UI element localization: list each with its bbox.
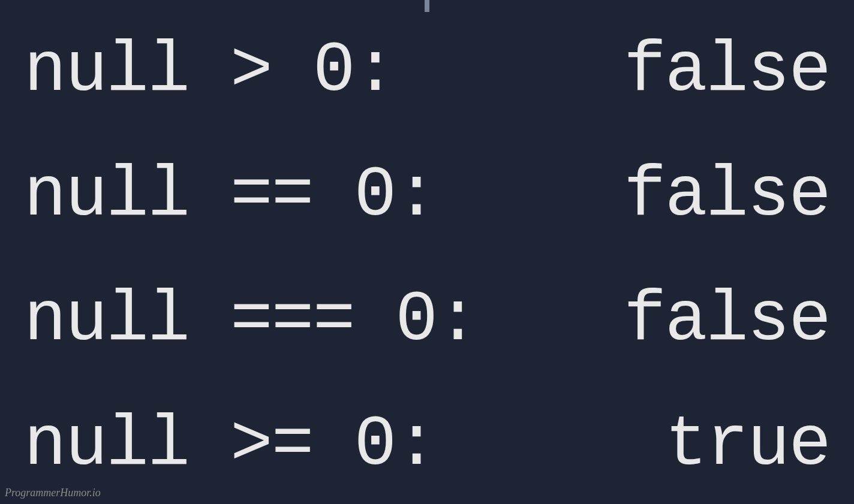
watermark-text: ProgrammerHumor.io [5,487,101,499]
cursor-indicator [425,0,429,12]
code-block: null > 0: false null == 0: false null ==… [0,0,854,481]
code-line: null >= 0: true [24,410,830,481]
code-line: null === 0: false [24,285,830,356]
result-text: false [624,36,830,107]
expression-text: null >= 0: [24,410,437,481]
result-text: false [624,285,830,356]
expression-text: null == 0: [24,161,437,231]
code-line: null == 0: false [24,161,830,231]
result-text: false [624,161,830,231]
code-line: null > 0: false [24,36,830,107]
result-text: true [665,410,830,481]
expression-text: null > 0: [24,36,395,107]
expression-text: null === 0: [24,285,478,356]
